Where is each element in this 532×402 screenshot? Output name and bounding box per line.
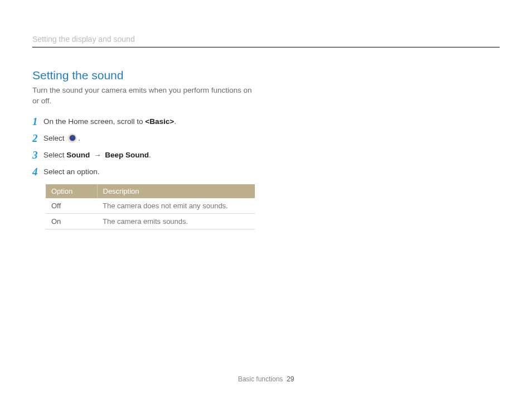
- text: .: [174, 117, 176, 126]
- step-number: 2: [32, 133, 42, 143]
- arrow-icon: →: [90, 151, 105, 159]
- cell-option: Off: [46, 198, 97, 214]
- step-text: Select .: [43, 133, 80, 143]
- step-text: Select Sound → Beep Sound.: [43, 150, 151, 160]
- step-2: 2 Select .: [32, 133, 500, 143]
- text: On the Home screen, scroll to: [43, 117, 145, 126]
- text: Select: [43, 134, 66, 142]
- table-row: Off The camera does not emit any sounds.: [46, 198, 255, 214]
- table-header-row: Option Description: [46, 184, 255, 198]
- step-4: 4 Select an option.: [32, 167, 500, 177]
- text: Select: [43, 151, 66, 159]
- step-3: 3 Select Sound → Beep Sound.: [32, 150, 500, 160]
- step-1: 1 On the Home screen, scroll to <Basic>.: [32, 117, 500, 127]
- page-number: 29: [287, 375, 294, 383]
- manual-page: Setting the display and sound Setting th…: [0, 0, 532, 402]
- col-header-option: Option: [46, 184, 97, 198]
- cell-description: The camera emits sounds.: [97, 213, 255, 229]
- footer-section: Basic functions: [238, 375, 283, 383]
- text: Select an option.: [43, 168, 100, 176]
- keyword-sound: Sound: [66, 151, 90, 159]
- section-title: Setting the sound: [32, 69, 500, 82]
- page-footer: Basic functions 29: [0, 375, 532, 383]
- text: .: [149, 151, 151, 159]
- running-header: Setting the display and sound: [32, 35, 500, 47]
- options-table: Option Description Off The camera does n…: [46, 184, 255, 229]
- cell-description: The camera does not emit any sounds.: [97, 198, 255, 214]
- section-intro: Turn the sound your camera emits when yo…: [32, 85, 255, 107]
- col-header-description: Description: [97, 184, 255, 198]
- step-text: Select an option.: [43, 167, 100, 177]
- step-text: On the Home screen, scroll to <Basic>.: [43, 117, 176, 127]
- keyword-basic: <Basic>: [145, 117, 174, 126]
- keyword-beep-sound: Beep Sound: [105, 151, 149, 159]
- step-number: 4: [32, 166, 42, 177]
- text: .: [78, 134, 80, 142]
- step-number: 1: [32, 116, 42, 127]
- settings-icon: [67, 133, 77, 143]
- step-number: 3: [32, 150, 42, 160]
- step-list: 1 On the Home screen, scroll to <Basic>.…: [32, 117, 500, 229]
- cell-option: On: [46, 213, 97, 229]
- table-row: On The camera emits sounds.: [46, 213, 255, 229]
